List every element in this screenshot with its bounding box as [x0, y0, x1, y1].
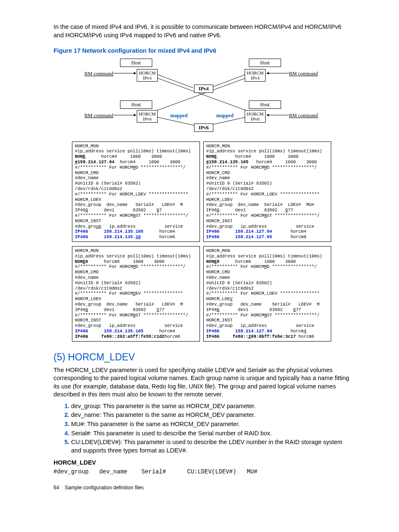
config-box-4: HORCM_MON #ip_address service poll(10ms)…: [203, 246, 331, 342]
param-2: dev_name: This parameter is the same as …: [71, 411, 350, 419]
page-footer: 64 Sample configuration definition files: [54, 484, 350, 491]
footer-text: Sample configuration definition files: [65, 485, 144, 491]
host-label-tl: Host: [120, 59, 152, 67]
section-body: The HORCM_LDEV parameter is used for spe…: [54, 366, 350, 399]
code-line: #dev_group dev_name Serial# CU:LDEV(LDEV…: [54, 468, 350, 476]
param-3: MU#: This parameter is the same as HORCM…: [71, 420, 350, 429]
config-grid: HORCM_MON #ip_address service poll(10ms)…: [72, 141, 331, 342]
rm-command-bl: RM command: [84, 112, 113, 119]
section-heading: (5) HORCM_LDEV: [54, 351, 350, 364]
config-box-3: HORCM_MON #ip_address service poll(10ms)…: [72, 246, 200, 342]
horcm-ipv4-box-right: HORCMIPv4: [245, 69, 266, 82]
svg-line-2: [157, 75, 193, 88]
horcm-ldev-heading: HORCM_LDEV: [54, 459, 350, 467]
config-box-1: HORCM_MON #ip_address service poll(10ms)…: [72, 141, 200, 242]
diagram-lines: [82, 59, 321, 134]
parameter-list: dev_group: This parameter is the same as…: [54, 402, 350, 455]
horcm-ipv6-box-right: HORCMIPv6: [245, 110, 266, 123]
rm-command-tr: RM command: [289, 70, 318, 77]
svg-line-5: [156, 77, 248, 111]
network-diagram: Host RM command HORCMIPv4 Host RM comman…: [82, 59, 321, 134]
rm-command-tl: RM command: [84, 70, 113, 77]
svg-line-4: [156, 77, 248, 111]
mapped-right: mapped: [216, 112, 233, 119]
intro-paragraph: In the case of mixed IPv4 and IPv6, it i…: [54, 23, 350, 39]
config-box-2: HORCM_MON #ip_address service poll(10ms)…: [203, 141, 331, 242]
horcm-ipv6-box-left: HORCMIPv6: [137, 110, 158, 123]
ipv6-center-box: IPv6: [194, 123, 213, 132]
rm-command-br: RM command: [289, 112, 318, 119]
svg-line-3: [210, 75, 246, 88]
host-label-br: Host: [249, 100, 281, 109]
param-1: dev_group: This parameter is the same as…: [71, 402, 350, 411]
param-4: Serial#: This parameter is used to descr…: [71, 429, 350, 438]
figure-caption: Figure 17 Network configuration for mixe…: [54, 47, 350, 55]
param-5: CU:LDEV(LDEV#): This parameter is used t…: [71, 438, 350, 455]
page-number: 64: [54, 485, 59, 491]
ipv4-center-box: IPv4: [194, 85, 213, 93]
mapped-left: mapped: [170, 112, 187, 119]
host-label-bl: Host: [120, 100, 152, 109]
host-label-tr: Host: [249, 59, 281, 67]
horcm-ipv4-box-left: HORCMIPv4: [137, 69, 158, 82]
